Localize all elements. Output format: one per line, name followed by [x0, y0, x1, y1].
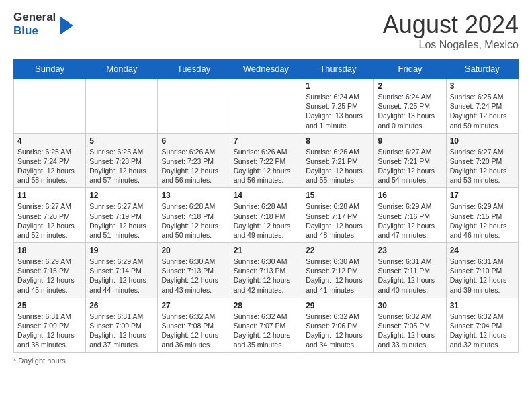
col-header-tuesday: Tuesday: [158, 60, 230, 79]
cell-day-number: 28: [234, 301, 299, 310]
cell-day-number: 5: [89, 136, 154, 146]
cell-info-text: Sunrise: 6:26 AM Sunset: 7:22 PM Dayligh…: [234, 147, 299, 185]
col-header-monday: Monday: [86, 60, 158, 79]
cell-day-number: 31: [450, 301, 515, 310]
cell-info-text: Sunrise: 6:32 AM Sunset: 7:08 PM Dayligh…: [161, 312, 226, 350]
cell-info-text: Sunrise: 6:27 AM Sunset: 7:20 PM Dayligh…: [17, 201, 82, 240]
cell-day-number: 18: [17, 246, 82, 255]
cell-day-number: 8: [306, 136, 370, 146]
cell-info-text: Sunrise: 6:29 AM Sunset: 7:14 PM Dayligh…: [89, 257, 154, 295]
calendar-cell: [158, 79, 230, 134]
cell-day-number: 17: [450, 191, 515, 200]
cell-day-number: 13: [161, 191, 226, 200]
cell-info-text: Sunrise: 6:29 AM Sunset: 7:16 PM Dayligh…: [378, 201, 442, 240]
calendar-cell: 18Sunrise: 6:29 AM Sunset: 7:15 PM Dayli…: [14, 243, 86, 298]
calendar-cell: 12Sunrise: 6:27 AM Sunset: 7:19 PM Dayli…: [86, 188, 158, 243]
cell-day-number: 3: [450, 81, 515, 91]
cell-day-number: 23: [378, 246, 442, 255]
cell-day-number: 10: [450, 136, 515, 146]
cell-info-text: Sunrise: 6:24 AM Sunset: 7:25 PM Dayligh…: [378, 92, 442, 130]
cell-day-number: 9: [378, 136, 442, 146]
logo: General Blue: [13, 11, 73, 37]
calendar-cell: 17Sunrise: 6:29 AM Sunset: 7:15 PM Dayli…: [446, 188, 518, 243]
calendar-cell: 7Sunrise: 6:26 AM Sunset: 7:22 PM Daylig…: [230, 133, 302, 188]
col-header-friday: Friday: [374, 60, 446, 79]
calendar-cell: 2Sunrise: 6:24 AM Sunset: 7:25 PM Daylig…: [374, 79, 446, 134]
cell-day-number: 25: [17, 301, 82, 310]
cell-day-number: 15: [306, 191, 370, 200]
calendar-cell: 5Sunrise: 6:25 AM Sunset: 7:23 PM Daylig…: [86, 133, 158, 188]
calendar-cell: 3Sunrise: 6:25 AM Sunset: 7:24 PM Daylig…: [446, 79, 518, 134]
cell-day-number: 14: [234, 191, 299, 200]
calendar-cell: 30Sunrise: 6:32 AM Sunset: 7:05 PM Dayli…: [374, 298, 446, 353]
cell-day-number: 12: [89, 191, 154, 200]
page-header: General Blue August 2024 Los Nogales, Me…: [13, 11, 519, 51]
cell-day-number: 20: [161, 246, 226, 255]
cell-info-text: Sunrise: 6:32 AM Sunset: 7:05 PM Dayligh…: [378, 312, 442, 350]
logo-blue: Blue: [13, 24, 56, 38]
calendar-cell: 24Sunrise: 6:31 AM Sunset: 7:10 PM Dayli…: [446, 243, 518, 298]
cell-info-text: Sunrise: 6:32 AM Sunset: 7:07 PM Dayligh…: [234, 312, 299, 350]
calendar-cell: 4Sunrise: 6:25 AM Sunset: 7:24 PM Daylig…: [14, 133, 86, 188]
calendar-cell: 31Sunrise: 6:32 AM Sunset: 7:04 PM Dayli…: [446, 298, 518, 353]
calendar-cell: 29Sunrise: 6:32 AM Sunset: 7:06 PM Dayli…: [302, 298, 374, 353]
calendar-cell: 25Sunrise: 6:31 AM Sunset: 7:09 PM Dayli…: [14, 298, 86, 353]
cell-info-text: Sunrise: 6:28 AM Sunset: 7:18 PM Dayligh…: [234, 201, 299, 240]
calendar-table: SundayMondayTuesdayWednesdayThursdayFrid…: [13, 59, 519, 353]
cell-info-text: Sunrise: 6:30 AM Sunset: 7:12 PM Dayligh…: [306, 257, 370, 295]
cell-day-number: 22: [306, 246, 370, 255]
cell-info-text: Sunrise: 6:29 AM Sunset: 7:15 PM Dayligh…: [450, 201, 515, 240]
cell-day-number: 21: [234, 246, 299, 255]
cell-day-number: 6: [161, 136, 226, 146]
calendar-header-row: SundayMondayTuesdayWednesdayThursdayFrid…: [14, 60, 519, 79]
calendar-cell: 14Sunrise: 6:28 AM Sunset: 7:18 PM Dayli…: [230, 188, 302, 243]
calendar-cell: 10Sunrise: 6:27 AM Sunset: 7:20 PM Dayli…: [446, 133, 518, 188]
daylight-label: Daylight hours: [18, 357, 65, 365]
cell-info-text: Sunrise: 6:24 AM Sunset: 7:25 PM Dayligh…: [306, 92, 370, 130]
footer-note: * Daylight hours: [13, 357, 519, 365]
cell-info-text: Sunrise: 6:27 AM Sunset: 7:20 PM Dayligh…: [450, 147, 515, 185]
cell-info-text: Sunrise: 6:30 AM Sunset: 7:13 PM Dayligh…: [161, 257, 226, 295]
calendar-cell: [14, 79, 86, 134]
cell-day-number: 7: [234, 136, 299, 146]
cell-day-number: 11: [17, 191, 82, 200]
calendar-cell: 23Sunrise: 6:31 AM Sunset: 7:11 PM Dayli…: [374, 243, 446, 298]
calendar-cell: 9Sunrise: 6:27 AM Sunset: 7:21 PM Daylig…: [374, 133, 446, 188]
calendar-week-row: 4Sunrise: 6:25 AM Sunset: 7:24 PM Daylig…: [14, 133, 519, 188]
cell-info-text: Sunrise: 6:26 AM Sunset: 7:23 PM Dayligh…: [161, 147, 226, 185]
location-subtitle: Los Nogales, Mexico: [383, 39, 519, 51]
cell-day-number: 2: [378, 81, 442, 91]
calendar-week-row: 11Sunrise: 6:27 AM Sunset: 7:20 PM Dayli…: [14, 188, 519, 243]
calendar-cell: 8Sunrise: 6:26 AM Sunset: 7:21 PM Daylig…: [302, 133, 374, 188]
calendar-cell: [86, 79, 158, 134]
calendar-cell: 19Sunrise: 6:29 AM Sunset: 7:14 PM Dayli…: [86, 243, 158, 298]
cell-day-number: 27: [161, 301, 226, 310]
col-header-wednesday: Wednesday: [230, 60, 302, 79]
month-year-title: August 2024: [383, 11, 519, 39]
calendar-cell: 20Sunrise: 6:30 AM Sunset: 7:13 PM Dayli…: [158, 243, 230, 298]
cell-info-text: Sunrise: 6:28 AM Sunset: 7:17 PM Dayligh…: [306, 201, 370, 240]
calendar-cell: 16Sunrise: 6:29 AM Sunset: 7:16 PM Dayli…: [374, 188, 446, 243]
cell-day-number: 30: [378, 301, 442, 310]
cell-info-text: Sunrise: 6:29 AM Sunset: 7:15 PM Dayligh…: [17, 257, 82, 295]
cell-info-text: Sunrise: 6:31 AM Sunset: 7:10 PM Dayligh…: [450, 257, 515, 295]
cell-info-text: Sunrise: 6:31 AM Sunset: 7:09 PM Dayligh…: [89, 312, 154, 350]
calendar-cell: 26Sunrise: 6:31 AM Sunset: 7:09 PM Dayli…: [86, 298, 158, 353]
cell-info-text: Sunrise: 6:26 AM Sunset: 7:21 PM Dayligh…: [306, 147, 370, 185]
cell-day-number: 16: [378, 191, 442, 200]
calendar-cell: 27Sunrise: 6:32 AM Sunset: 7:08 PM Dayli…: [158, 298, 230, 353]
title-block: August 2024 Los Nogales, Mexico: [383, 11, 519, 51]
calendar-cell: 28Sunrise: 6:32 AM Sunset: 7:07 PM Dayli…: [230, 298, 302, 353]
logo-general: General: [13, 11, 56, 24]
cell-day-number: 1: [306, 81, 370, 91]
cell-day-number: 19: [89, 246, 154, 255]
cell-info-text: Sunrise: 6:25 AM Sunset: 7:23 PM Dayligh…: [89, 147, 154, 185]
calendar-cell: [230, 79, 302, 134]
cell-info-text: Sunrise: 6:30 AM Sunset: 7:13 PM Dayligh…: [234, 257, 299, 295]
col-header-saturday: Saturday: [446, 60, 518, 79]
calendar-cell: 13Sunrise: 6:28 AM Sunset: 7:18 PM Dayli…: [158, 188, 230, 243]
calendar-cell: 1Sunrise: 6:24 AM Sunset: 7:25 PM Daylig…: [302, 79, 374, 134]
cell-info-text: Sunrise: 6:32 AM Sunset: 7:06 PM Dayligh…: [306, 312, 370, 350]
cell-info-text: Sunrise: 6:27 AM Sunset: 7:19 PM Dayligh…: [89, 201, 154, 240]
cell-info-text: Sunrise: 6:28 AM Sunset: 7:18 PM Dayligh…: [161, 201, 226, 240]
